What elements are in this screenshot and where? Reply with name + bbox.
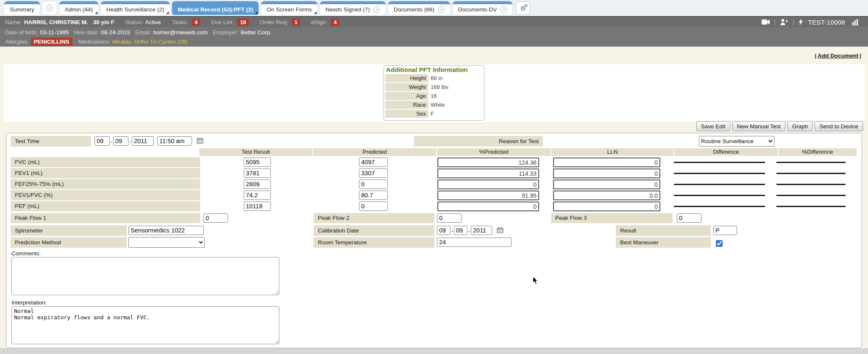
video-camera-icon[interactable]: [762, 19, 770, 25]
order-req-badge[interactable]: 1: [292, 19, 300, 26]
patient-age-sex: 30 y/o F: [93, 19, 114, 25]
dob-label: Date of birth:: [5, 29, 38, 36]
fvc-pct-predicted-input[interactable]: [437, 158, 539, 167]
tab-health-surveillance[interactable]: Health Surveillance (2): [101, 1, 170, 15]
row-label-pef: PEF (mL): [11, 201, 200, 211]
interpretation-textarea[interactable]: Normal Normal expiratory flows and a nor…: [11, 306, 279, 344]
tab-documents-dv[interactable]: Documents-DV↗: [453, 1, 513, 15]
weight-value: 168 lbs: [431, 84, 448, 90]
sex-value: F: [431, 111, 434, 117]
due-list-badge[interactable]: 10: [237, 19, 248, 26]
lightning-icon[interactable]: [798, 19, 803, 25]
row-label-fev1: FEV1 (mL): [11, 168, 200, 178]
calibration-month-input[interactable]: [437, 226, 451, 235]
result-label-cell: Result: [616, 225, 711, 236]
allergy-badge[interactable]: PENICILLINS: [31, 38, 72, 46]
tasks-badge[interactable]: 4: [192, 19, 200, 26]
fev1-fvc-pct-predicted-input[interactable]: [437, 191, 539, 200]
column-header-difference: Difference: [674, 148, 778, 156]
peak-flow-2-input[interactable]: [437, 213, 462, 223]
date-separator: -: [468, 228, 470, 234]
tab-admin[interactable]: Admin (44): [59, 1, 98, 15]
fef-test-result-input[interactable]: [244, 180, 271, 189]
employer-label: Employer:: [213, 29, 239, 36]
pef-predicted-input[interactable]: [359, 202, 388, 211]
additional-pft-information-box: Additional PFT Information Height68 in W…: [384, 65, 484, 121]
fev1-test-result-input[interactable]: [244, 169, 271, 178]
graph-button[interactable]: Graph: [787, 121, 813, 131]
room-temperature-label-cell: Room Temperature: [314, 237, 434, 248]
esign-label: eSign:: [311, 19, 327, 25]
fvc-test-result-input[interactable]: [244, 158, 271, 167]
status-value: Active: [145, 19, 161, 25]
row-label-fef25-75: FEF25%-75% (mL): [11, 179, 200, 189]
result-input[interactable]: [713, 226, 737, 235]
add-document-link[interactable]: Add Document: [818, 53, 858, 59]
fev1-pct-predicted-input[interactable]: [437, 169, 539, 178]
comments-textarea[interactable]: [11, 257, 279, 295]
employer-value: Better Corp.: [241, 29, 272, 36]
room-temperature-input[interactable]: [437, 238, 512, 247]
fvc-predicted-input[interactable]: [359, 158, 388, 167]
hire-date-label: Hire date:: [74, 29, 99, 36]
tab-on-screen-forms[interactable]: On Screen Forms: [261, 1, 317, 15]
tab-medical-record-pft[interactable]: Medical Record (53):PFT (2): [172, 1, 259, 15]
tab-documents[interactable]: Documents (66)↗: [388, 1, 450, 15]
bottom-status-strip: [0, 348, 868, 354]
open-popup-icon[interactable]: ↗: [500, 6, 507, 13]
pef-lln-input[interactable]: [553, 202, 660, 211]
test-time-day-input[interactable]: [113, 136, 128, 146]
medications-list[interactable]: Miralax, Ortho Tri-Cyclen (28): [112, 39, 187, 45]
fev1-fvc-lln-input[interactable]: [553, 191, 660, 200]
fev1-fvc-test-result-input[interactable]: [244, 191, 271, 200]
pft-info-row: Age16: [385, 92, 483, 100]
tab-summary[interactable]: Summary: [4, 1, 40, 15]
peak-flow-3-input[interactable]: [677, 213, 701, 223]
open-popup-icon[interactable]: ↗: [373, 6, 380, 13]
tab-settings-button[interactable]: ⚙⚙: [516, 1, 530, 15]
person-add-icon[interactable]: [780, 19, 788, 25]
summary-popup-button[interactable]: ↗: [42, 1, 57, 15]
name-label: Name:: [5, 19, 22, 25]
calendar-icon[interactable]: [496, 227, 504, 234]
hire-date-value: 08-24-2015: [101, 29, 130, 36]
calibration-day-input[interactable]: [454, 226, 467, 235]
test-time-month-input[interactable]: [95, 136, 110, 146]
test-time-clock-input[interactable]: [157, 136, 192, 146]
calendar-icon[interactable]: [196, 137, 204, 144]
reason-for-test-label-cell: Reason for Test: [414, 136, 543, 147]
pef-test-result-input[interactable]: [244, 202, 271, 211]
fvc-lln-input[interactable]: [553, 158, 660, 167]
open-popup-icon[interactable]: ↗: [438, 6, 445, 13]
tab-bar: Summary ↗ Admin (44) Health Surveillance…: [0, 0, 868, 16]
document-toolbar: |Add Document|: [0, 47, 868, 64]
prediction-method-select[interactable]: [128, 237, 205, 248]
allergies-label: Allergies:: [5, 39, 29, 45]
bar-chart-icon[interactable]: [852, 19, 860, 25]
fev1-predicted-input[interactable]: [359, 169, 388, 178]
fev1-fvc-pct-difference-line: [776, 195, 846, 196]
fev1-fvc-difference-line: [674, 195, 765, 196]
tasks-label: Tasks:: [172, 19, 188, 25]
best-maneuver-checkbox[interactable]: [716, 240, 723, 247]
fev1-lln-input[interactable]: [553, 169, 660, 178]
age-value: 16: [431, 93, 437, 99]
send-to-device-button[interactable]: Send to Device: [815, 121, 863, 131]
spirometer-input[interactable]: [128, 226, 204, 235]
race-value: White: [431, 102, 445, 108]
fev1-fvc-predicted-input[interactable]: [359, 191, 388, 200]
fef-predicted-input[interactable]: [359, 180, 388, 189]
peak-flow-1-input[interactable]: [203, 213, 228, 223]
test-time-year-input[interactable]: [132, 136, 154, 146]
save-edit-button[interactable]: Save Edit: [696, 121, 730, 131]
new-manual-test-button[interactable]: New Manual Test: [732, 121, 785, 131]
pef-pct-predicted-input[interactable]: [437, 202, 539, 211]
calibration-year-input[interactable]: [471, 226, 492, 235]
fef-pct-predicted-input[interactable]: [437, 180, 539, 189]
date-separator: -: [111, 138, 112, 145]
fef-lln-input[interactable]: [553, 180, 660, 189]
status-label: Status:: [125, 19, 143, 25]
reason-for-test-select[interactable]: Routine Surveillance: [699, 136, 774, 147]
tab-needs-signed[interactable]: Needs Signed (7)↗: [320, 1, 386, 15]
esign-badge[interactable]: 4: [331, 19, 339, 26]
